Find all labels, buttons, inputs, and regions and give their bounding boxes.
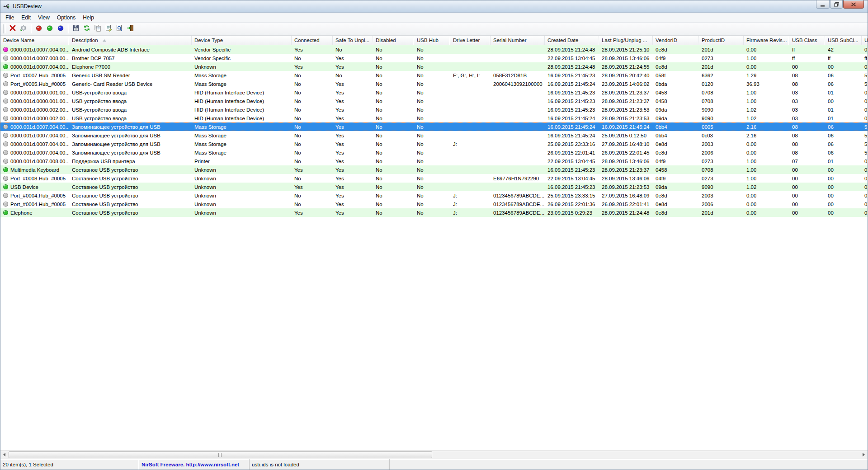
table-row[interactable]: 0000.001d.0000.002.00...USB-устройство в…	[0, 105, 868, 114]
green-led-button[interactable]	[44, 24, 55, 34]
column-header-usb-class[interactable]: USB Class	[789, 36, 825, 45]
cell-text: No	[335, 73, 342, 78]
table-row[interactable]: 0000.001d.0000.002.00...USB-устройство в…	[0, 114, 868, 122]
cell: No	[414, 200, 450, 208]
refresh-button[interactable]	[81, 24, 92, 34]
menu-item-view[interactable]: View	[34, 14, 53, 22]
column-header-usb-hub[interactable]: USB Hub	[414, 36, 450, 45]
column-header-created-date[interactable]: Created Date	[545, 36, 599, 45]
cell-device-name: 0000.001d.0007.004.00...	[0, 140, 69, 148]
column-header-last-plug-unplug[interactable]: Last Plug/Unplug ...	[599, 36, 653, 45]
cell-text: 16.09.2015 21:45:23	[547, 73, 595, 78]
table-row[interactable]: 0000.001d.0007.008.00...Поддержка USB пр…	[0, 157, 868, 165]
cell: No	[373, 157, 414, 165]
cell: 0.00	[744, 140, 789, 148]
blue-led-button[interactable]	[55, 24, 66, 34]
column-header-serial-number[interactable]: Serial Number	[491, 36, 545, 45]
column-header-device-type[interactable]: Device Type	[192, 36, 292, 45]
cell-text: No	[376, 56, 382, 61]
cell: 0.00	[744, 45, 789, 54]
cell-text: 0bb4	[656, 124, 667, 130]
table-row[interactable]: 0000.001d.0007.004.00...Запоминающее уст…	[0, 140, 868, 148]
column-header-vendorid[interactable]: VendorID	[653, 36, 699, 45]
red-led-button[interactable]	[33, 24, 44, 34]
cell: 0	[862, 105, 868, 114]
cell-text: Составное USB устройство	[72, 176, 138, 181]
cell-text: Mass Storage	[194, 124, 226, 130]
table-row[interactable]: 0000.001d.0007.004.00...Elephone P7000Un…	[0, 62, 868, 71]
nirsoft-link[interactable]: NirSoft Freeware. http://www.nirsoft.net	[142, 462, 239, 467]
table-row[interactable]: 0000.001d.0007.004.00...Android Composit…	[0, 45, 868, 54]
properties-button[interactable]	[103, 24, 114, 34]
title-bar[interactable]: USBDeview	[0, 0, 868, 13]
cell: 09da	[653, 105, 699, 114]
column-header-u[interactable]: U	[862, 36, 868, 45]
column-header-productid[interactable]: ProductID	[699, 36, 744, 45]
cell-text: HID (Human Interface Device)	[194, 99, 264, 104]
menu-item-help[interactable]: Help	[79, 14, 98, 22]
column-header-firmware-revis[interactable]: Firmware Revis...	[744, 36, 789, 45]
scroll-right-button[interactable]	[860, 451, 868, 458]
cell: Yes	[292, 165, 333, 174]
column-header-description[interactable]: Description	[69, 36, 192, 45]
device-status-led-icon	[3, 176, 8, 181]
scrollbar-thumb[interactable]	[9, 451, 432, 458]
cell-text: Unknown	[194, 184, 216, 190]
cell-text: 00	[792, 210, 798, 216]
cell: No	[373, 114, 414, 122]
column-header-device-name[interactable]: Device Name	[0, 36, 69, 45]
cell-text: 0	[864, 99, 867, 104]
table-row[interactable]: 0000.001d.0000.001.00...USB-устройство в…	[0, 88, 868, 97]
table-row[interactable]: 0000.001d.0007.004.00...Запоминающее уст…	[0, 131, 868, 140]
column-header-connected[interactable]: Connected	[292, 36, 333, 45]
cell: Unknown	[192, 174, 292, 183]
close-button[interactable]	[843, 0, 864, 9]
table-row[interactable]: 0000.001d.0000.001.00...USB-устройство в…	[0, 97, 868, 105]
cell: E69776H1N792290	[491, 174, 545, 183]
column-header-safe-to-unpl[interactable]: Safe To Unpl...	[333, 36, 373, 45]
column-header-label: Safe To Unpl...	[335, 38, 369, 43]
cell-text: 00	[792, 167, 798, 173]
minimize-button[interactable]	[816, 0, 830, 9]
disconnect-device-button[interactable]	[18, 24, 29, 34]
cell-text: Yes	[335, 193, 344, 198]
table-row[interactable]: Port_#0005.Hub_#0005Generic- Card Reader…	[0, 80, 868, 88]
cell-text: No	[417, 81, 424, 87]
column-header-usb-subcl[interactable]: USB SubCl...	[825, 36, 862, 45]
menu-item-file[interactable]: File	[2, 14, 18, 22]
table-row[interactable]: 0000.001d.0007.008.00...Brother DCP-7057…	[0, 54, 868, 62]
horizontal-scrollbar[interactable]	[0, 451, 868, 459]
column-header-disabled[interactable]: Disabled	[373, 36, 414, 45]
save-button[interactable]	[71, 24, 81, 34]
table-row[interactable]: USB DeviceСоставное USB устройствоUnknow…	[0, 183, 868, 191]
table-row[interactable]: 0000.001d.0007.004.00...Запоминающее уст…	[0, 122, 868, 131]
cell: ff	[789, 54, 825, 62]
column-header-drive-letter[interactable]: Drive Letter	[450, 36, 491, 45]
cell-text: No	[294, 176, 301, 181]
device-status-led-icon	[3, 124, 8, 129]
table-row[interactable]: 0000.001d.0007.004.00...Запоминающее уст…	[0, 148, 868, 157]
table-row[interactable]: Port_#0007.Hub_#0005Generic USB SM Reade…	[0, 71, 868, 80]
table-row[interactable]: ElephoneСоставное USB устройствоUnknownY…	[0, 208, 868, 217]
toolbar	[0, 23, 868, 36]
table-row[interactable]: Port_#0008.Hub_#0005Составное USB устрой…	[0, 174, 868, 183]
cell: 0e8d	[653, 191, 699, 200]
cell-text: No	[417, 159, 424, 164]
menu-item-options[interactable]: Options	[53, 14, 79, 22]
cell: No	[373, 140, 414, 148]
menu-item-edit[interactable]: Edit	[18, 14, 34, 22]
scroll-left-button[interactable]	[0, 451, 8, 458]
copy-button[interactable]	[92, 24, 103, 34]
uninstall-device-button[interactable]	[7, 24, 18, 34]
cell-text: No	[376, 99, 382, 104]
cell-text: 08	[792, 73, 798, 78]
cell-text: Unknown	[194, 167, 216, 173]
find-button[interactable]	[114, 24, 125, 34]
table-row[interactable]: Port_#0004.Hub_#0005Составное USB устрой…	[0, 200, 868, 208]
cell-text: Port_#0008.Hub_#0005	[10, 176, 66, 181]
cell-text: 01	[828, 116, 834, 121]
table-row[interactable]: Multimedia KeyboardСоставное USB устройс…	[0, 165, 868, 174]
restore-button[interactable]	[830, 0, 843, 9]
exit-button[interactable]	[125, 24, 136, 34]
table-row[interactable]: Port_#0004.Hub_#0005Составное USB устрой…	[0, 191, 868, 200]
